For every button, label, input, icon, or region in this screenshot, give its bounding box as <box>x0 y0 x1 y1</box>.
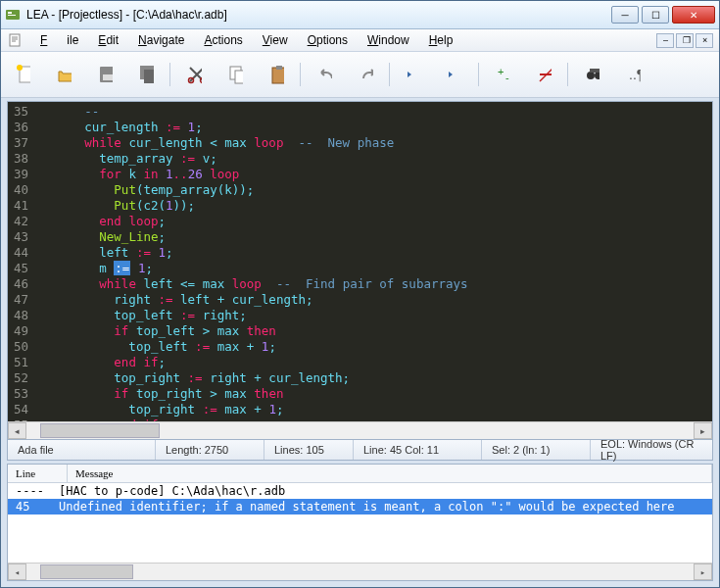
token-kw: if <box>114 386 136 401</box>
token-id <box>84 198 114 213</box>
save-button[interactable] <box>91 61 119 88</box>
token-id: ; <box>159 229 167 244</box>
token-id: right + cur_length; <box>210 370 350 385</box>
code-line[interactable]: if top_right > max then <box>40 386 712 402</box>
separator <box>300 63 301 86</box>
code-line[interactable]: temp_array := v; <box>40 151 712 167</box>
scroll-thumb[interactable] <box>40 423 161 438</box>
message-scrollbar[interactable]: ◂ ▸ <box>8 563 712 580</box>
message-row[interactable]: 45Undefined identifier; if a named state… <box>8 499 712 514</box>
code-line[interactable]: Put(c2(1)); <box>40 198 712 214</box>
new-file-button[interactable] <box>9 61 36 88</box>
message-col-line[interactable]: Line <box>8 465 68 482</box>
code-line[interactable]: while left <= max loop -- Find pair of s… <box>40 276 712 292</box>
code-line[interactable]: right := left + cur_length; <box>40 292 712 308</box>
svg-rect-13 <box>235 71 243 83</box>
title-bar[interactable]: LEA - [Projectless] - [C:\Ada\hac\r.adb]… <box>1 1 719 29</box>
code-line[interactable]: Put(temp_array(k)); <box>40 182 712 198</box>
menu-navigate[interactable]: Navigate <box>128 30 194 50</box>
uncomment-button[interactable] <box>530 61 557 88</box>
mdi-minimize-button[interactable]: – <box>656 33 674 48</box>
code-line[interactable]: for k in 1..26 loop <box>40 167 712 182</box>
scroll-left-icon[interactable]: ◂ <box>8 422 26 439</box>
token-id: )); <box>173 198 196 213</box>
svg-rect-20 <box>590 69 600 73</box>
token-num: 1 <box>158 245 166 260</box>
message-col-msg[interactable]: Message <box>68 465 712 482</box>
scroll-right-icon[interactable]: ▸ <box>694 564 712 580</box>
undo-button[interactable] <box>311 61 338 88</box>
scroll-thumb[interactable] <box>40 564 133 579</box>
message-row[interactable]: ----[HAC to p-code] C:\Ada\hac\r.adb <box>8 483 712 499</box>
indent-button[interactable] <box>441 61 468 88</box>
show-special-button[interactable]: ..¶ <box>619 61 647 88</box>
token-num: 1 <box>268 402 276 416</box>
menu-actions[interactable]: Actions <box>194 30 252 50</box>
find-button[interactable] <box>578 61 605 88</box>
menu-options[interactable]: Options <box>298 30 358 50</box>
code-line[interactable]: m := 1; <box>40 261 712 276</box>
code-line[interactable]: if top_left > max then <box>40 323 712 339</box>
code-line[interactable]: left := 1; <box>40 245 712 261</box>
menu-edit[interactable]: Edit <box>88 30 128 50</box>
save-all-button[interactable] <box>132 61 160 88</box>
minimize-button[interactable]: ─ <box>611 6 639 24</box>
redo-button[interactable] <box>352 61 379 88</box>
comment-button[interactable]: +- <box>489 61 516 88</box>
separator <box>478 63 479 86</box>
code-line[interactable]: top_right := right + cur_length; <box>40 370 712 386</box>
svg-point-18 <box>587 72 595 79</box>
token-id <box>84 167 99 181</box>
code-editor[interactable]: 35 36 37 38 39 40 41 42 43 44 45 46 47 4… <box>8 102 712 421</box>
open-button[interactable] <box>50 61 77 88</box>
message-header: Line Message <box>8 465 712 483</box>
code-line[interactable]: top_right := max + 1; <box>40 402 712 417</box>
token-kw: then <box>254 386 283 401</box>
scroll-right-icon[interactable]: ▸ <box>694 422 712 439</box>
code-line[interactable]: -- <box>40 104 712 120</box>
code-content[interactable]: -- cur_length := 1; while cur_length < m… <box>36 102 712 421</box>
menu-window[interactable]: Window <box>358 30 419 50</box>
code-line[interactable]: cur_length := 1; <box>40 120 712 135</box>
menu-bar: File Edit Navigate Actions View Options … <box>1 29 719 52</box>
message-line-num: 45 <box>8 500 59 514</box>
horizontal-scrollbar[interactable]: ◂ ▸ <box>8 421 712 439</box>
menu-view[interactable]: View <box>253 30 298 50</box>
code-line[interactable]: end loop; <box>40 214 712 229</box>
token-kw: loop <box>232 276 276 291</box>
message-rows[interactable]: ----[HAC to p-code] C:\Ada\hac\r.adb45Un… <box>8 483 712 563</box>
token-op: := <box>195 339 217 354</box>
svg-rect-9 <box>144 70 154 83</box>
svg-text:-: - <box>505 72 509 83</box>
menu-file[interactable]: File <box>30 30 88 50</box>
code-line[interactable]: top_left := right; <box>40 308 712 323</box>
token-kw: while <box>84 135 128 150</box>
toolbar: +- ..¶ <box>1 52 719 98</box>
token-kw: for <box>99 167 128 181</box>
token-cm: -- New phase <box>298 135 394 150</box>
code-line[interactable]: New_Line; <box>40 229 712 245</box>
mdi-close-button[interactable]: × <box>696 33 713 48</box>
app-icon <box>5 7 21 23</box>
code-line[interactable]: end if; <box>40 355 712 370</box>
unindent-button[interactable] <box>400 61 427 88</box>
status-selection: Sel: 2 (ln: 1) <box>482 440 591 460</box>
copy-button[interactable] <box>221 61 249 88</box>
menu-help[interactable]: Help <box>419 30 463 50</box>
maximize-button[interactable]: ☐ <box>642 6 669 24</box>
scroll-left-icon[interactable]: ◂ <box>8 564 26 580</box>
svg-point-19 <box>595 72 600 79</box>
separator <box>567 63 568 86</box>
svg-rect-14 <box>272 68 284 83</box>
message-panel: Line Message ----[HAC to p-code] C:\Ada\… <box>7 464 713 581</box>
close-button[interactable]: ✕ <box>672 6 715 24</box>
token-op: := <box>188 370 211 385</box>
token-id: top_right <box>84 370 187 385</box>
paste-button[interactable] <box>263 61 290 88</box>
token-cm: -- Find pair of subarrays <box>276 276 468 291</box>
code-line[interactable]: top_left := max + 1; <box>40 339 712 355</box>
mdi-restore-button[interactable]: ❐ <box>676 33 694 48</box>
code-line[interactable]: while cur_length < max loop -- New phase <box>40 135 712 151</box>
cut-button[interactable] <box>180 61 208 88</box>
token-id: (c2( <box>136 198 166 213</box>
